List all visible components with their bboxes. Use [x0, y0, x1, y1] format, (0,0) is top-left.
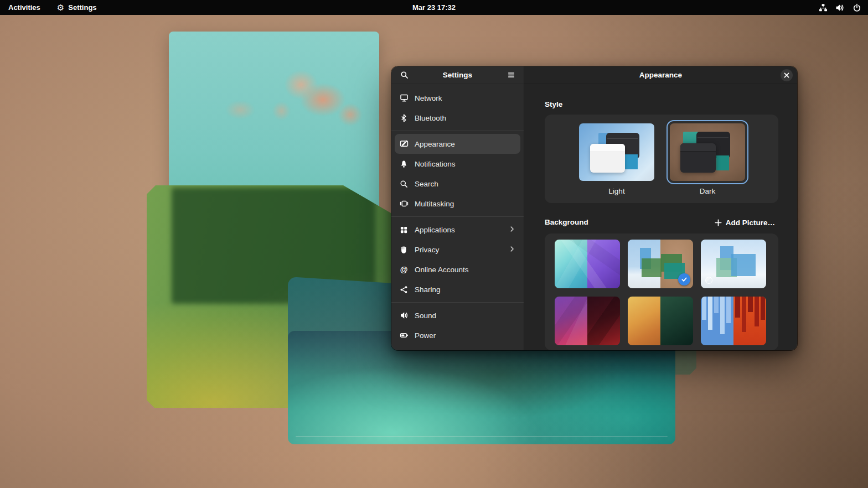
sidebar-item-appearance[interactable]: Appearance: [395, 134, 520, 154]
main-menu-button[interactable]: [504, 68, 518, 82]
sidebar-separator: [391, 216, 524, 217]
close-icon: [783, 72, 790, 79]
dark-style-preview: [670, 123, 745, 181]
sidebar-item-label: Network: [415, 94, 442, 102]
search-icon: [400, 71, 409, 79]
sidebar-item-notifications[interactable]: Notifications: [395, 154, 520, 174]
wallpaper-cloud: [257, 59, 367, 133]
bluetooth-icon: [399, 113, 409, 123]
bell-icon: [399, 159, 409, 169]
sidebar-item-label: Sound: [415, 312, 436, 320]
sidebar-item-search[interactable]: Search: [395, 174, 520, 194]
settings-window: Settings Network: [391, 66, 797, 350]
search-button[interactable]: [397, 68, 411, 82]
selected-check-icon: [678, 273, 690, 285]
multitasking-icon: [399, 199, 409, 209]
sidebar-item-label: Sharing: [415, 285, 441, 294]
sidebar-item-multitasking[interactable]: Multitasking: [395, 194, 520, 214]
add-picture-button[interactable]: Add Picture…: [710, 215, 779, 230]
app-menu-button[interactable]: ⚙ Settings: [57, 3, 97, 12]
sidebar-item-label: Privacy: [415, 246, 439, 254]
search-icon: [399, 179, 409, 189]
sidebar-item-label: Power: [415, 331, 436, 340]
sidebar-item-bluetooth[interactable]: Bluetooth: [395, 108, 520, 128]
add-picture-label: Add Picture…: [726, 219, 775, 227]
sidebar-headerbar: Settings: [391, 66, 524, 84]
sidebar-item-online-accounts[interactable]: @ Online Accounts: [395, 259, 520, 279]
volume-icon: [835, 3, 845, 12]
close-button[interactable]: [781, 69, 793, 81]
speaker-icon: [399, 311, 409, 320]
style-option-light[interactable]: Light: [575, 120, 659, 195]
style-section-title: Style: [545, 100, 562, 108]
sidebar-item-sharing[interactable]: Sharing: [395, 279, 520, 299]
plus-icon: [715, 219, 722, 226]
sidebar-item-label: Multitasking: [415, 200, 454, 208]
share-icon: [399, 285, 409, 294]
network-display-icon: [399, 94, 409, 103]
screen: Activities ⚙ Settings Mar 23 17:32: [0, 0, 868, 488]
chevron-right-icon: [508, 225, 516, 235]
sidebar-item-privacy[interactable]: Privacy: [395, 240, 520, 259]
applications-grid-icon: [399, 225, 409, 235]
sidebar-item-label: Bluetooth: [415, 114, 446, 122]
sidebar-separator: [391, 302, 524, 303]
main-headerbar: Appearance: [524, 66, 797, 84]
chevron-right-icon: [508, 245, 516, 255]
dark-option-label: Dark: [665, 187, 750, 195]
page-title: Appearance: [524, 71, 797, 79]
wallpaper-cloud: [219, 96, 261, 123]
sidebar-item-label: Online Accounts: [415, 266, 469, 274]
sidebar-list: Network Bluetooth Appearance: [391, 84, 524, 345]
sidebar-item-network[interactable]: Network: [395, 88, 520, 108]
appearance-panel: Appearance Style: [524, 66, 797, 350]
wallpaper-folder-inner-shape: [172, 188, 375, 304]
activities-button[interactable]: Activities: [8, 3, 40, 12]
gear-icon: ⚙: [57, 3, 64, 12]
wallpaper-thumbnail-2-selected[interactable]: [628, 240, 693, 288]
wallpaper-thumbnail-3[interactable]: [701, 240, 766, 288]
wallpaper-sky-shape: [169, 32, 379, 372]
variants-badge-icon: [705, 277, 712, 284]
clock[interactable]: Mar 23 17:32: [412, 3, 456, 12]
system-tray[interactable]: [819, 3, 861, 12]
background-section-title: Background: [545, 218, 588, 226]
wallpaper-thumbnail-1[interactable]: [555, 240, 620, 288]
sidebar-item-applications[interactable]: Applications: [395, 220, 520, 240]
network-icon: [819, 3, 828, 12]
sidebar-item-label: Notifications: [415, 160, 456, 168]
wallpaper-thumbnail-4[interactable]: [555, 297, 620, 345]
at-sign-icon: @: [399, 265, 409, 274]
app-menu-label: Settings: [68, 3, 96, 12]
light-style-preview: [579, 123, 654, 181]
style-card: Light Dark: [545, 115, 778, 203]
style-option-dark[interactable]: Dark: [665, 120, 750, 195]
top-bar: Activities ⚙ Settings Mar 23 17:32: [0, 0, 868, 15]
sidebar-item-label: Applications: [415, 226, 455, 234]
wallpaper-thumbnail-6[interactable]: [701, 297, 766, 345]
background-grid: [545, 233, 778, 350]
hamburger-icon: [507, 71, 515, 79]
sidebar-item-label: Search: [415, 180, 438, 188]
power-icon: [852, 3, 861, 12]
sidebar-item-label: Appearance: [415, 140, 455, 148]
appearance-icon: [399, 139, 409, 149]
hand-icon: [399, 245, 409, 255]
sidebar-item-power[interactable]: Power: [395, 325, 520, 345]
sidebar-item-sound[interactable]: Sound: [395, 305, 520, 325]
sidebar-separator: [391, 131, 524, 131]
settings-sidebar: Settings Network: [391, 66, 524, 350]
wallpaper-thumbnail-5[interactable]: [628, 297, 693, 345]
light-option-label: Light: [575, 187, 659, 195]
battery-icon: [399, 331, 409, 340]
